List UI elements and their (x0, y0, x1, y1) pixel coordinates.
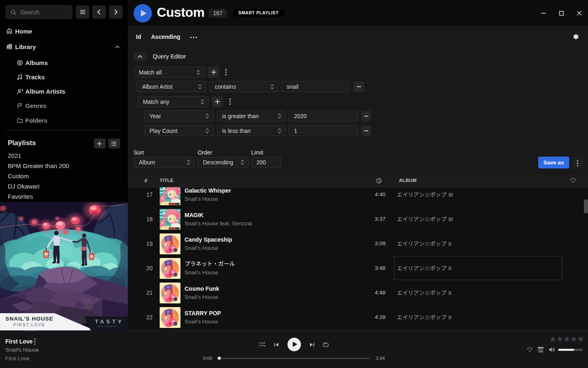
svg-text:II: II (448, 241, 452, 247)
svg-text:II: II (448, 290, 452, 296)
svg-text:III: III (448, 216, 453, 222)
svg-text:FIRST LOVE: FIRST LOVE (13, 323, 45, 327)
svg-text:BSTMMXI: BSTMMXI (98, 325, 119, 328)
svg-text:SNAIL'S HOUSE: SNAIL'S HOUSE (5, 316, 53, 322)
svg-text:II: II (448, 314, 452, 321)
svg-text:III: III (448, 192, 453, 198)
svg-text:TASTY: TASTY (95, 319, 124, 325)
